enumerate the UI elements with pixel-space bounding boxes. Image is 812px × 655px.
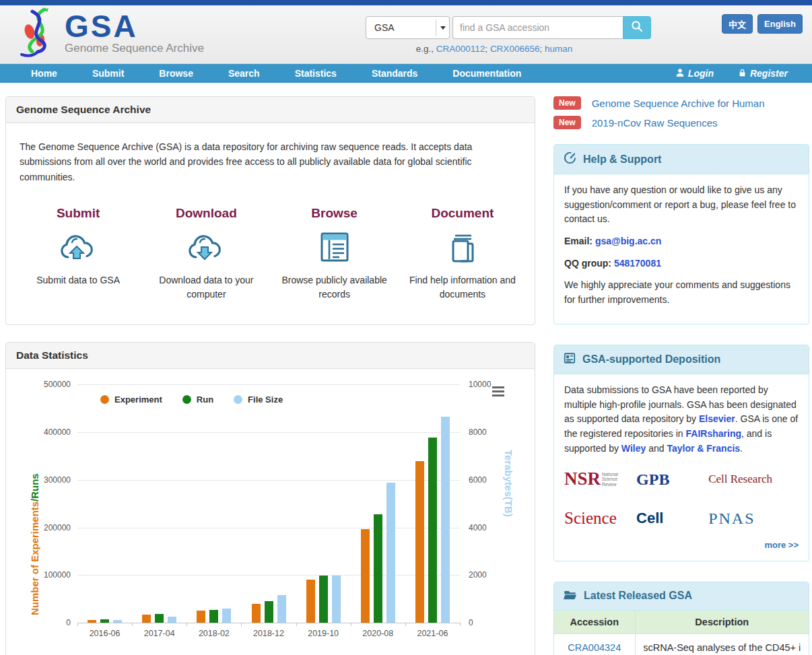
latest-released-title: Latest Released GSA <box>584 590 692 602</box>
new-badge: New <box>553 96 581 110</box>
register-link[interactable]: Register <box>738 68 788 79</box>
journal-logo-gpb[interactable]: GPB <box>636 467 708 492</box>
example-link-2[interactable]: CRX006656 <box>490 44 540 54</box>
elsevier-link[interactable]: Elsevier <box>699 413 735 424</box>
new-badge: New <box>553 116 581 129</box>
bar-experiment[interactable] <box>252 604 261 623</box>
nav-item-home[interactable]: Home <box>13 64 75 83</box>
journal-logo-cell[interactable]: Cell <box>636 507 708 530</box>
left-axis-tick: 400000 <box>36 427 71 437</box>
gsa-logo[interactable]: GSA Genome Sequence Archive <box>18 7 204 64</box>
select-caret-box <box>436 20 449 36</box>
bar-experiment[interactable] <box>197 611 205 623</box>
fairsharing-link[interactable]: FAIRsharing <box>686 428 741 439</box>
nav-item-documentation[interactable]: Documentation <box>435 64 539 83</box>
x-axis-line <box>77 623 460 623</box>
bar-experiment[interactable] <box>142 615 151 623</box>
feature-submit[interactable]: Submit Submit data to GSA <box>14 206 142 302</box>
x-axis-tick <box>405 623 406 626</box>
bar-run[interactable] <box>428 438 437 623</box>
x-axis-tick <box>187 623 187 626</box>
more-link[interactable]: more >> <box>564 539 799 552</box>
bar-run[interactable] <box>209 610 218 623</box>
release-description: scRNA-Seq analyses of the CD45+ immune c… <box>635 633 809 655</box>
bar-run[interactable] <box>155 614 164 623</box>
intro-panel-title: Genome Sequence Archive <box>6 97 535 123</box>
login-link[interactable]: Login <box>675 68 714 79</box>
bar-run[interactable] <box>319 576 328 623</box>
journal-logo-cell-research[interactable]: Cell Research <box>708 471 799 488</box>
folder-icon <box>564 589 577 603</box>
bar-file-size[interactable] <box>441 417 450 623</box>
left-axis-tick: 300000 <box>36 475 71 485</box>
feature-document[interactable]: Document Find help information and docum… <box>399 206 527 302</box>
gridline <box>77 480 460 481</box>
accession-link[interactable]: CRA004324 <box>568 642 621 653</box>
gridline <box>77 528 460 528</box>
email-link[interactable]: gsa@big.ac.cn <box>595 236 661 246</box>
main-navbar: Home Submit Browse Search Statistics Sta… <box>0 64 812 83</box>
bar-experiment[interactable] <box>415 461 424 623</box>
lang-chinese-button[interactable]: 中文 <box>722 14 753 34</box>
bar-experiment[interactable] <box>361 529 370 623</box>
x-axis-label: 2016-06 <box>77 629 132 638</box>
journal-logo-pnas[interactable]: PNAS <box>708 506 799 531</box>
bar-file-size[interactable] <box>277 595 286 623</box>
nav-item-submit[interactable]: Submit <box>75 64 141 83</box>
journal-logo-science[interactable]: Science <box>564 506 636 532</box>
feature-download[interactable]: Download Download data to your computer <box>142 206 270 302</box>
lang-english-button[interactable]: English <box>757 14 803 34</box>
help-support-panel: Help & Support If you have any question … <box>553 144 809 324</box>
right-axis-tick: 6000 <box>469 475 504 485</box>
deposition-title: GSA-supported Deposition <box>582 353 720 366</box>
bar-run[interactable] <box>374 514 382 623</box>
bar-file-size[interactable] <box>222 609 231 623</box>
x-axis-tick <box>460 623 461 626</box>
example-link-1[interactable]: CRA000112 <box>436 44 485 54</box>
latest-released-table: Accession Description CRA004324 (2021-06… <box>554 611 809 655</box>
journal-logo-nsr[interactable]: NSR National Science Review <box>564 465 636 493</box>
taylor-francis-link[interactable]: Taylor & Francis <box>667 443 740 454</box>
left-axis-tick: 200000 <box>36 523 71 532</box>
wiley-link[interactable]: Wiley <box>621 443 646 454</box>
bar-experiment[interactable] <box>306 580 315 623</box>
example-link-3[interactable]: human <box>545 44 572 54</box>
bar-file-size[interactable] <box>168 617 176 623</box>
x-axis-tick <box>296 623 297 626</box>
chevron-down-icon <box>440 26 446 30</box>
page-header: GSA Genome Sequence Archive GSA <box>0 5 812 64</box>
search-scope-select[interactable]: GSA <box>366 16 450 39</box>
news-link-gsa-human[interactable]: Genome Sequence Archive for Human <box>592 98 765 109</box>
bar-file-size[interactable] <box>386 483 395 623</box>
legend-item-experiment[interactable]: Experiment <box>100 394 162 405</box>
nav-item-browse[interactable]: Browse <box>141 64 211 83</box>
x-axis-label: 2018-02 <box>187 629 241 638</box>
feature-browse[interactable]: Browse Browse <box>271 206 399 302</box>
x-axis-label: 2020-08 <box>351 629 405 638</box>
news-link-ncov[interactable]: 2019-nCov Raw Sequences <box>592 117 718 129</box>
qq-group-link[interactable]: 548170081 <box>614 258 661 269</box>
x-axis-tick <box>241 623 242 626</box>
bar-file-size[interactable] <box>113 620 122 623</box>
nav-item-search[interactable]: Search <box>211 64 277 83</box>
data-statistics-panel: Data Statistics Experiment Run File Size <box>5 342 535 655</box>
help-qq-row: QQ group: 548170081 <box>564 256 799 271</box>
bar-experiment[interactable] <box>88 620 96 623</box>
gridline <box>77 432 460 433</box>
lock-icon <box>738 68 747 79</box>
left-axis-title: Number of Experiments/Runs <box>29 413 40 615</box>
edit-circle-icon <box>564 151 576 167</box>
legend-item-filesize[interactable]: File Size <box>234 394 283 405</box>
x-axis-label: 2021-06 <box>405 629 460 638</box>
deposition-panel: GSA-supported Deposition Data submission… <box>553 345 809 561</box>
bar-run[interactable] <box>265 601 273 623</box>
search-input[interactable] <box>452 16 623 39</box>
nav-item-standards[interactable]: Standards <box>354 64 435 83</box>
legend-item-run[interactable]: Run <box>182 394 213 405</box>
legend-dot-experiment <box>100 395 109 404</box>
bar-run[interactable] <box>100 619 109 623</box>
bar-file-size[interactable] <box>332 576 341 623</box>
right-axis-tick: 8000 <box>469 427 504 437</box>
nav-item-statistics[interactable]: Statistics <box>277 64 354 83</box>
search-button[interactable] <box>623 16 651 39</box>
